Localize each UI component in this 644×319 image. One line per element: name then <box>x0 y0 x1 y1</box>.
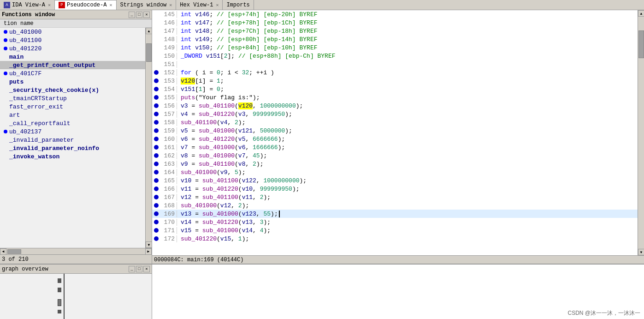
list-item[interactable]: _call_reportfault <box>0 119 145 127</box>
table-row[interactable]: 165 v10 = sub_401100(v122, 1000000000); <box>152 176 638 185</box>
list-item[interactable]: fast_error_exit <box>0 102 145 111</box>
line-content: v10 = sub_401100(v122, 1000000000); <box>181 177 307 184</box>
table-row[interactable]: 171 v15 = sub_401000(v14, 4); <box>152 226 638 235</box>
list-item[interactable]: _invalid_parameter_noinfo <box>0 144 145 152</box>
minimize-btn[interactable]: _ <box>129 12 135 18</box>
list-item[interactable]: ub_402137 <box>0 127 145 136</box>
left-scroll-thumb[interactable] <box>146 43 152 62</box>
ida-tab-close[interactable]: ✕ <box>48 2 51 8</box>
table-row[interactable]: 157 v4 = sub_401220(v3, 999999950); <box>152 110 638 118</box>
table-row[interactable]: 159 v5 = sub_401000(v121, 5000000); <box>152 126 638 135</box>
table-row[interactable]: 156 v3 = sub_401100(v120, 1000000000); <box>152 102 638 110</box>
line-number: 172 <box>160 235 177 242</box>
line-number: 151 <box>160 61 177 68</box>
breakpoint-dot <box>154 178 159 183</box>
left-scroll-down[interactable]: ▼ <box>146 241 152 248</box>
line-content: int v147; // [esp+78h] [ebp-1Ch] BYREF <box>181 19 317 26</box>
graph-restore[interactable]: □ <box>136 266 142 272</box>
list-item[interactable]: _invalid_parameter <box>0 136 145 144</box>
left-hscroll-thumb[interactable] <box>7 249 21 254</box>
list-item[interactable]: _invoke_watson <box>0 152 145 161</box>
pseudo-tab-label: Pseudocode-A <box>67 2 106 8</box>
tab-hex-view-1[interactable]: Hex View-1 ✕ <box>176 0 223 10</box>
line-content: int v149; // [esp+80h] [ebp-14h] BYREF <box>181 36 317 43</box>
code-area[interactable]: 145 int v146; // [esp+74h] [ebp-20h] BYR… <box>152 10 638 255</box>
table-row[interactable]: 148 int v149; // [esp+80h] [ebp-14h] BYR… <box>152 35 638 43</box>
tab-ida-view-a[interactable]: A IDA View-A ✕ <box>0 0 55 10</box>
graph-close[interactable]: ✕ <box>143 266 150 272</box>
table-row[interactable]: 152 for ( i = 0; i < 32; ++i ) <box>152 68 638 77</box>
table-row[interactable]: 147 int v148; // [esp+7Ch] [ebp-18h] BYR… <box>152 27 638 35</box>
line-number: 155 <box>160 94 177 101</box>
line-content: v8 = sub_401000(v7, 45); <box>181 152 267 159</box>
table-row[interactable]: 167 v12 = sub_401100(v11, 2); <box>152 193 638 201</box>
table-row[interactable]: 155 puts("Your flag is:"); <box>152 93 638 102</box>
left-hscroll-left[interactable]: ◀ <box>0 248 6 255</box>
table-row[interactable]: 169 v13 = sub_401000(v123, 55); <box>152 210 638 218</box>
left-vertical-scrollbar[interactable]: ▲ ▼ <box>145 28 152 248</box>
graph-minimize[interactable]: _ <box>129 266 135 272</box>
table-row[interactable]: 172 sub_401220(v15, 1); <box>152 235 638 243</box>
function-name: ub_402137 <box>9 128 41 135</box>
hex-tab-close[interactable]: ✕ <box>216 2 219 8</box>
table-row[interactable]: 166 v11 = sub_401220(v10, 999999950); <box>152 185 638 193</box>
table-row[interactable]: 145 int v146; // [esp+74h] [ebp-20h] BYR… <box>152 10 638 18</box>
list-item[interactable]: art <box>0 111 145 119</box>
list-item[interactable]: ub_401000 <box>0 28 145 36</box>
table-row[interactable]: 150 _DWORD v151[2]; // [esp+88h] [ebp-Ch… <box>152 52 638 60</box>
table-row[interactable]: 146 int v147; // [esp+78h] [ebp-1Ch] BYR… <box>152 18 638 27</box>
left-hscroll[interactable]: ◀ ▶ <box>0 248 152 254</box>
graph-title: graph overview <box>2 266 48 272</box>
tab-pseudocode-a[interactable]: P Pseudocode-A ✕ <box>55 0 116 10</box>
list-item[interactable]: _tmainCRTStartup <box>0 94 145 102</box>
table-row[interactable]: 151 <box>152 60 638 68</box>
table-row[interactable]: 170 v14 = sub_401220(v13, 3); <box>152 218 638 226</box>
right-scroll-up[interactable]: ▲ <box>638 10 644 17</box>
list-item[interactable]: _get_printf_count_output <box>0 61 145 69</box>
table-row[interactable]: 164 sub_401000(v9, 5); <box>152 168 638 176</box>
left-scroll-up[interactable]: ▲ <box>146 28 152 34</box>
breakpoint-dot <box>154 137 159 141</box>
table-row[interactable]: 154 v151[1] = 0; <box>152 85 638 93</box>
right-vertical-scrollbar[interactable]: ▲ ▼ <box>638 10 644 255</box>
list-item[interactable]: main <box>0 53 145 61</box>
table-row[interactable]: 160 v6 = sub_401220(v5, 6666666); <box>152 135 638 143</box>
line-number: 166 <box>160 186 177 193</box>
table-row[interactable]: 153 v120[i] = 1; <box>152 77 638 85</box>
close-btn[interactable]: ✕ <box>143 12 150 18</box>
tab-strings-window[interactable]: Strings window ✕ <box>117 0 177 10</box>
line-content: int v150; // [esp+84h] [ebp-10h] BYREF <box>181 44 317 51</box>
list-item[interactable]: ub_401C7F <box>0 69 145 78</box>
right-scroll-down[interactable]: ▼ <box>638 249 644 255</box>
breakpoint-dot <box>154 120 159 125</box>
line-content: v15 = sub_401000(v14, 4); <box>181 227 271 234</box>
list-item[interactable]: ub_401220 <box>0 44 145 53</box>
functions-list[interactable]: ub_401000ub_401100ub_401220main_get_prin… <box>0 28 145 248</box>
tab-imports[interactable]: Imports <box>223 0 254 10</box>
function-name: ub_401000 <box>9 29 41 36</box>
strings-tab-close[interactable]: ✕ <box>169 2 172 8</box>
right-scroll-thumb[interactable] <box>638 30 644 58</box>
table-row[interactable]: 163 v9 = sub_401100(v8, 2); <box>152 160 638 168</box>
hex-tab-label: Hex View-1 <box>180 2 213 8</box>
list-item[interactable]: ub_401100 <box>0 36 145 44</box>
breakpoint-dot <box>154 87 159 91</box>
column-header: tion name <box>0 19 152 28</box>
list-item[interactable]: _security_check_cookie(x) <box>0 86 145 94</box>
table-row[interactable]: 149 int v150; // [esp+84h] [ebp-10h] BYR… <box>152 43 638 52</box>
left-hscroll-right[interactable]: ▶ <box>145 248 152 255</box>
table-row[interactable]: 161 v7 = sub_401000(v6, 1666666); <box>152 143 638 151</box>
breakpoint-dot <box>154 203 159 208</box>
restore-btn[interactable]: □ <box>136 12 142 18</box>
no-breakpoint <box>154 37 159 42</box>
imports-tab-label: Imports <box>226 2 249 8</box>
line-number: 145 <box>160 11 177 18</box>
table-row[interactable]: 158 sub_401100(v4, 2); <box>152 118 638 126</box>
list-item[interactable]: puts <box>0 78 145 86</box>
column-name: tion name <box>4 20 34 27</box>
function-name: _invalid_parameter <box>9 137 74 144</box>
table-row[interactable]: 168 sub_401000(v12, 2); <box>152 201 638 210</box>
line-content: sub_401220(v15, 1); <box>181 235 249 242</box>
table-row[interactable]: 162 v8 = sub_401000(v7, 45); <box>152 151 638 160</box>
pseudo-tab-close[interactable]: ✕ <box>109 2 112 8</box>
